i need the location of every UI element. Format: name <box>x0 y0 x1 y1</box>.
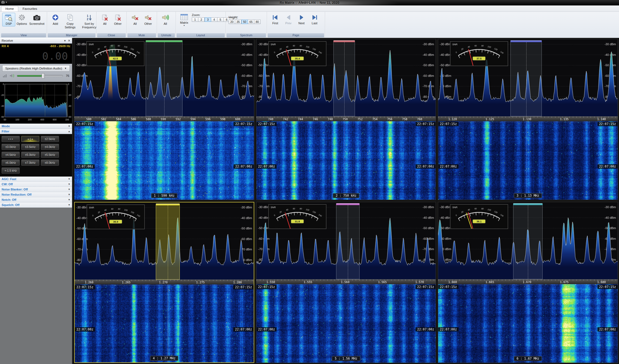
setting-row[interactable]: CW: Off▼ <box>0 182 72 187</box>
tuning-selection[interactable] <box>333 40 355 116</box>
titlebar[interactable]: ▾ Rx Matrix :: Afedri-LAN :: Nov 11, 202… <box>0 0 619 5</box>
filter-button[interactable]: ±3.0kHz <box>2 144 20 150</box>
tuning-selection[interactable] <box>510 40 542 116</box>
app-icon[interactable]: ▾ <box>1 1 7 4</box>
height-option-80[interactable]: 80 <box>254 20 261 24</box>
filter-button[interactable]: +-1.5 kHz <box>2 168 20 174</box>
setting-label: Noise Reduction: Off <box>2 193 31 196</box>
rx-panel-6[interactable]: 02040608010012014036.1SNR1.6601.6651.670… <box>438 202 618 363</box>
screenshot-button[interactable]: Screenshot <box>28 13 45 26</box>
volume-slider[interactable] <box>17 75 63 77</box>
filter-button[interactable]: ±6.0kHz <box>2 160 20 166</box>
tuning-selection[interactable] <box>513 203 543 279</box>
gear-icon <box>18 14 26 22</box>
speaker-icon[interactable] <box>9 74 15 78</box>
tab-home[interactable]: Home <box>1 6 18 11</box>
zoom-option-4[interactable]: 4 <box>211 17 217 22</box>
spectrum-display[interactable]: 02040608010012014036.9SNR <box>75 202 254 280</box>
rx-panel-1[interactable]: 02040608010012014042.5SNR580582584586588… <box>74 39 254 200</box>
zoom-option-2[interactable]: 2 <box>198 17 205 22</box>
waterfall-display[interactable]: 22:07:15z22:07:15z22:07:00z22:07:00z1 : … <box>74 121 254 200</box>
zoom-option-5[interactable]: 5 <box>217 17 224 22</box>
spectrum-display[interactable]: 02040608010012014036.1SNR <box>438 202 618 279</box>
waterfall-display[interactable]: 22:07:15z22:07:15z22:07:00z22:07:00z2 : … <box>256 121 436 200</box>
tab-favourites[interactable]: Favourites <box>18 6 42 11</box>
tuning-selection[interactable] <box>336 203 359 279</box>
frequency-tick: 1.260 <box>85 281 94 284</box>
zoom-option-1[interactable]: 1 <box>192 17 198 22</box>
copy-settings-button[interactable]: Copy Settings <box>62 13 78 30</box>
filter-button[interactable]: • • • <box>2 136 20 142</box>
frequency-display[interactable]: 0.001.270.000 <box>0 48 72 64</box>
setting-row[interactable]: AGC: Fast▼ <box>0 177 72 182</box>
matrix-dropdown-caret-icon[interactable]: ▾ <box>184 25 185 26</box>
frequency-scale[interactable]: 740742744746748750752754756758760 <box>256 116 436 121</box>
mute-other-button[interactable]: Other <box>142 13 155 26</box>
svg-text:42.5: 42.5 <box>113 57 118 60</box>
options-button[interactable]: Options <box>15 13 28 26</box>
tuning-selection[interactable] <box>156 204 180 280</box>
section-mode[interactable]: Mode ▼ <box>0 124 72 129</box>
height-option-35[interactable]: 35 <box>235 20 241 24</box>
filter-button[interactable]: ±4.0kHz <box>41 144 59 150</box>
add-button[interactable]: Add <box>49 13 62 26</box>
setting-row[interactable]: Noise Blanker: Off▼ <box>0 187 72 192</box>
rx-panel-4[interactable]: 02040608010012014036.9SNR1.2601.2651.270… <box>74 202 254 363</box>
quick-menu-caret-icon[interactable]: ▾ <box>6 1 7 4</box>
filter-button[interactable]: ±8.0kHz <box>41 160 59 166</box>
unmute-all-button[interactable]: All <box>159 13 172 26</box>
rx-panel-5[interactable]: 02040608010012014031.8SNR1.5501.5551.560… <box>256 202 436 363</box>
setting-row[interactable]: Squelch: Off▼ <box>0 202 72 208</box>
filter-button[interactable]: ±2.5kHz <box>41 136 59 142</box>
page-first-button[interactable]: First <box>269 13 282 26</box>
waterfall-display[interactable]: 22:07:15z22:07:15z22:07:00z22:07:00z4 : … <box>75 284 254 362</box>
waterfall-display[interactable]: 22:07:15z22:07:15z22:07:00z22:07:00z3 : … <box>438 121 618 200</box>
zoom-option-3[interactable]: 3 <box>205 17 211 22</box>
frequency-scale[interactable]: 1.1201.1251.1301.1351.140 <box>438 116 618 121</box>
close-all-button[interactable]: All <box>98 13 111 26</box>
tuning-selection[interactable] <box>146 40 183 116</box>
mute-all-button[interactable]: All <box>128 13 142 26</box>
waterfall-display[interactable]: 22:07:15z22:07:15z22:07:00z22:07:00z6 : … <box>438 284 618 363</box>
receive-panel-header[interactable]: Receive ▾ ✕ <box>0 38 72 44</box>
filter-button[interactable]: ±7.0kHz <box>21 160 39 166</box>
volume-slider-thumb[interactable] <box>42 73 45 78</box>
snr-meter: 02040608010012014036.9SNR <box>87 205 145 229</box>
section-filter[interactable]: Filter ▲ <box>0 129 72 134</box>
frequency-scale[interactable]: 1.2601.2651.2701.2751.280 <box>75 280 254 284</box>
spectrum-display[interactable]: 02040608010012014037.5SNR <box>438 39 618 116</box>
panel-menu-caret-icon[interactable]: ▾ <box>64 39 66 43</box>
frequency-scale[interactable]: 1.6601.6651.6701.6751.680 <box>438 279 618 284</box>
spectrum-display[interactable]: 02040608010012014042.5SNR <box>74 39 254 116</box>
setting-row[interactable]: Notch: Off▼ <box>0 197 72 202</box>
filter-button[interactable]: « | » <box>21 136 39 142</box>
close-other-button[interactable]: Other <box>111 13 124 26</box>
sort-by-frequency-button[interactable]: 12 Sort by Frequency <box>80 13 98 30</box>
rx-panel-2[interactable]: 02040608010012014035.4SNR740742744746748… <box>256 39 436 200</box>
rx-panel-3[interactable]: 02040608010012014037.5SNR1.1201.1251.130… <box>438 39 618 200</box>
setting-row[interactable]: Noise Reduction: Off▼ <box>0 192 72 197</box>
speaker-mute-icon <box>131 14 139 22</box>
height-option-65[interactable]: 65 <box>248 20 254 24</box>
page-prev-button[interactable]: Prev <box>282 13 295 26</box>
audio-device-select[interactable]: Speakers (Realtek High Definition Audio)… <box>2 65 70 72</box>
height-option-50[interactable]: 50 <box>241 20 248 24</box>
filter-panel: • • •« | »±2.5kHz±3.0kHz±3.5kHz±4.0kHz±4… <box>0 134 72 177</box>
panel-close-icon[interactable]: ✕ <box>68 39 70 43</box>
frequency-scale[interactable]: 1.5501.5551.5601.5651.570 <box>256 279 436 284</box>
svg-text:120: 120 <box>130 211 135 214</box>
page-next-button[interactable]: Next <box>295 13 308 26</box>
height-option-20[interactable]: 20 <box>229 20 235 24</box>
filter-button[interactable]: ±4.5kHz <box>2 152 20 158</box>
filter-button[interactable]: ±3.5kHz <box>21 144 39 150</box>
dsp-button[interactable]: DSP <box>2 13 15 26</box>
waterfall-display[interactable]: 22:07:15z22:07:15z22:07:00z22:07:00z5 : … <box>256 284 436 363</box>
spectrum-display[interactable]: 02040608010012014035.4SNR <box>256 39 436 116</box>
filter-button[interactable]: ±5.5kHz <box>41 152 59 158</box>
frequency-scale[interactable]: 580582584586588590592594596598600 <box>74 116 254 121</box>
ribbon-tabs: Home Favourites <box>0 5 619 12</box>
page-last-button[interactable]: Last <box>308 13 321 26</box>
spectrum-display[interactable]: 02040608010012014031.8SNR <box>256 202 436 279</box>
matrix-button[interactable]: Matrix ▾ <box>178 13 191 27</box>
filter-button[interactable]: ±5.0kHz <box>21 152 39 158</box>
